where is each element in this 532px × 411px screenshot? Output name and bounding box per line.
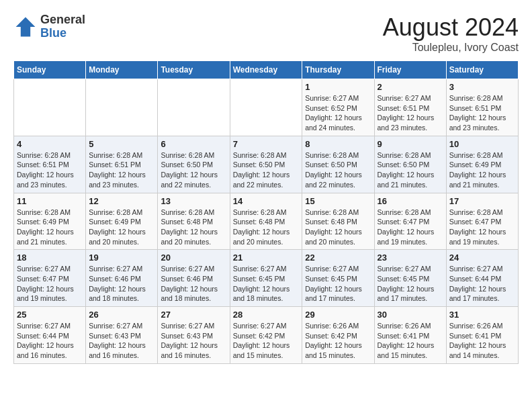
day-number: 6	[161, 139, 226, 149]
day-info: Sunrise: 6:26 AMSunset: 6:42 PMDaylight:…	[305, 321, 371, 361]
day-info: Sunrise: 6:28 AMSunset: 6:50 PMDaylight:…	[233, 150, 300, 190]
day-number: 15	[305, 196, 371, 206]
day-info: Sunrise: 6:27 AMSunset: 6:46 PMDaylight:…	[161, 264, 226, 304]
calendar-cell: 5Sunrise: 6:28 AMSunset: 6:51 PMDaylight…	[86, 136, 158, 193]
day-number: 30	[378, 310, 443, 320]
day-info: Sunrise: 6:27 AMSunset: 6:47 PMDaylight:…	[17, 264, 83, 304]
calendar-cell: 10Sunrise: 6:28 AMSunset: 6:49 PMDayligh…	[446, 136, 518, 193]
day-number: 7	[233, 139, 300, 149]
day-number: 11	[17, 196, 83, 206]
calendar-cell: 13Sunrise: 6:28 AMSunset: 6:48 PMDayligh…	[158, 193, 230, 250]
day-number: 27	[161, 310, 226, 320]
day-info: Sunrise: 6:27 AMSunset: 6:45 PMDaylight:…	[378, 264, 443, 304]
calendar-cell: 27Sunrise: 6:27 AMSunset: 6:43 PMDayligh…	[158, 307, 230, 364]
calendar-cell: 15Sunrise: 6:28 AMSunset: 6:48 PMDayligh…	[302, 193, 374, 250]
calendar-cell: 7Sunrise: 6:28 AMSunset: 6:50 PMDaylight…	[230, 136, 302, 193]
day-number: 1	[305, 82, 371, 92]
day-number: 22	[305, 253, 371, 263]
day-info: Sunrise: 6:28 AMSunset: 6:48 PMDaylight:…	[305, 208, 371, 247]
calendar-cell: 3Sunrise: 6:28 AMSunset: 6:51 PMDaylight…	[446, 79, 518, 136]
main-title: August 2024	[383, 13, 519, 42]
weekday-header-friday: Friday	[374, 61, 446, 79]
day-number: 13	[161, 196, 226, 206]
calendar-cell: 2Sunrise: 6:27 AMSunset: 6:51 PMDaylight…	[374, 79, 446, 136]
day-number: 25	[17, 310, 83, 320]
weekday-header-tuesday: Tuesday	[158, 61, 230, 79]
calendar-cell	[14, 79, 86, 136]
day-number: 23	[378, 253, 443, 263]
day-number: 21	[233, 253, 300, 263]
weekday-header-saturday: Saturday	[446, 61, 518, 79]
calendar-cell: 12Sunrise: 6:28 AMSunset: 6:49 PMDayligh…	[86, 193, 158, 250]
day-info: Sunrise: 6:27 AMSunset: 6:51 PMDaylight:…	[378, 93, 443, 133]
day-number: 2	[378, 82, 443, 92]
calendar-cell: 22Sunrise: 6:27 AMSunset: 6:45 PMDayligh…	[302, 250, 374, 307]
day-info: Sunrise: 6:28 AMSunset: 6:50 PMDaylight:…	[305, 150, 371, 190]
day-number: 5	[89, 139, 154, 149]
page-header: General Blue August 2024 Toulepleu, Ivor…	[13, 13, 519, 54]
svg-marker-0	[16, 17, 36, 36]
day-info: Sunrise: 6:27 AMSunset: 6:42 PMDaylight:…	[233, 321, 300, 361]
day-number: 31	[449, 310, 515, 320]
day-info: Sunrise: 6:28 AMSunset: 6:49 PMDaylight:…	[17, 208, 83, 247]
day-info: Sunrise: 6:27 AMSunset: 6:43 PMDaylight:…	[89, 321, 154, 361]
calendar-cell: 11Sunrise: 6:28 AMSunset: 6:49 PMDayligh…	[14, 193, 86, 250]
calendar-cell: 29Sunrise: 6:26 AMSunset: 6:42 PMDayligh…	[302, 307, 374, 364]
day-number: 29	[305, 310, 371, 320]
calendar-cell: 9Sunrise: 6:28 AMSunset: 6:50 PMDaylight…	[374, 136, 446, 193]
weekday-header-wednesday: Wednesday	[230, 61, 302, 79]
day-info: Sunrise: 6:27 AMSunset: 6:44 PMDaylight:…	[449, 264, 515, 304]
calendar-cell	[158, 79, 230, 136]
calendar-cell: 18Sunrise: 6:27 AMSunset: 6:47 PMDayligh…	[14, 250, 86, 307]
day-info: Sunrise: 6:28 AMSunset: 6:48 PMDaylight:…	[161, 208, 226, 247]
calendar-cell: 17Sunrise: 6:28 AMSunset: 6:47 PMDayligh…	[446, 193, 518, 250]
logo-blue: Blue	[40, 26, 66, 40]
calendar-cell	[230, 79, 302, 136]
day-info: Sunrise: 6:27 AMSunset: 6:44 PMDaylight:…	[17, 321, 83, 361]
calendar-cell: 21Sunrise: 6:27 AMSunset: 6:45 PMDayligh…	[230, 250, 302, 307]
day-number: 14	[233, 196, 300, 206]
day-number: 19	[89, 253, 154, 263]
calendar-cell: 4Sunrise: 6:28 AMSunset: 6:51 PMDaylight…	[14, 136, 86, 193]
day-info: Sunrise: 6:28 AMSunset: 6:51 PMDaylight:…	[17, 150, 83, 190]
day-info: Sunrise: 6:28 AMSunset: 6:50 PMDaylight:…	[161, 150, 226, 190]
calendar-cell: 16Sunrise: 6:28 AMSunset: 6:47 PMDayligh…	[374, 193, 446, 250]
calendar-cell: 19Sunrise: 6:27 AMSunset: 6:46 PMDayligh…	[86, 250, 158, 307]
calendar-table: SundayMondayTuesdayWednesdayThursdayFrid…	[13, 60, 519, 364]
day-number: 24	[449, 253, 515, 263]
day-info: Sunrise: 6:27 AMSunset: 6:46 PMDaylight:…	[89, 264, 154, 304]
day-info: Sunrise: 6:28 AMSunset: 6:47 PMDaylight:…	[449, 208, 515, 247]
calendar-cell: 8Sunrise: 6:28 AMSunset: 6:50 PMDaylight…	[302, 136, 374, 193]
calendar-cell: 25Sunrise: 6:27 AMSunset: 6:44 PMDayligh…	[14, 307, 86, 364]
day-info: Sunrise: 6:28 AMSunset: 6:50 PMDaylight:…	[378, 150, 443, 190]
day-number: 12	[89, 196, 154, 206]
calendar-cell: 20Sunrise: 6:27 AMSunset: 6:46 PMDayligh…	[158, 250, 230, 307]
weekday-header-monday: Monday	[86, 61, 158, 79]
day-info: Sunrise: 6:27 AMSunset: 6:52 PMDaylight:…	[305, 93, 371, 133]
day-info: Sunrise: 6:26 AMSunset: 6:41 PMDaylight:…	[378, 321, 443, 361]
logo: General Blue	[13, 13, 85, 40]
day-info: Sunrise: 6:26 AMSunset: 6:41 PMDaylight:…	[449, 321, 515, 361]
day-info: Sunrise: 6:28 AMSunset: 6:47 PMDaylight:…	[378, 208, 443, 247]
day-info: Sunrise: 6:28 AMSunset: 6:48 PMDaylight:…	[233, 208, 300, 247]
day-number: 3	[449, 82, 515, 92]
calendar-cell: 1Sunrise: 6:27 AMSunset: 6:52 PMDaylight…	[302, 79, 374, 136]
calendar-cell: 14Sunrise: 6:28 AMSunset: 6:48 PMDayligh…	[230, 193, 302, 250]
day-number: 18	[17, 253, 83, 263]
day-number: 17	[449, 196, 515, 206]
calendar-cell: 24Sunrise: 6:27 AMSunset: 6:44 PMDayligh…	[446, 250, 518, 307]
generalblue-logo-icon	[13, 15, 38, 39]
day-number: 20	[161, 253, 226, 263]
day-info: Sunrise: 6:28 AMSunset: 6:49 PMDaylight:…	[89, 208, 154, 247]
title-block: August 2024 Toulepleu, Ivory Coast	[383, 13, 519, 54]
logo-text: General Blue	[40, 13, 85, 40]
day-number: 10	[449, 139, 515, 149]
day-number: 26	[89, 310, 154, 320]
calendar-cell: 6Sunrise: 6:28 AMSunset: 6:50 PMDaylight…	[158, 136, 230, 193]
day-info: Sunrise: 6:27 AMSunset: 6:45 PMDaylight:…	[305, 264, 371, 304]
day-info: Sunrise: 6:28 AMSunset: 6:51 PMDaylight:…	[449, 93, 515, 133]
day-info: Sunrise: 6:28 AMSunset: 6:49 PMDaylight:…	[449, 150, 515, 190]
day-number: 28	[233, 310, 300, 320]
day-number: 4	[17, 139, 83, 149]
calendar-cell: 30Sunrise: 6:26 AMSunset: 6:41 PMDayligh…	[374, 307, 446, 364]
